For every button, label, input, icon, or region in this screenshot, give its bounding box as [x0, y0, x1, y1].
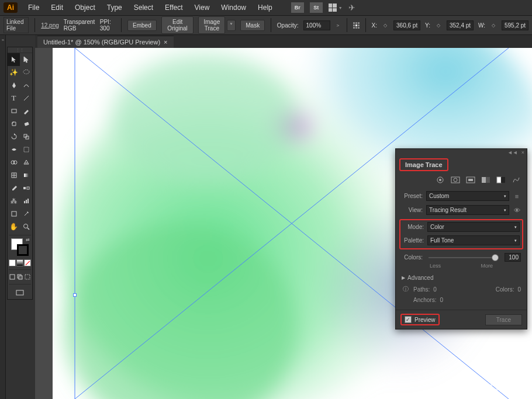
paintbrush-tool[interactable] — [20, 105, 32, 117]
colors-stat-label: Colors: — [496, 286, 514, 293]
view-eye-icon[interactable]: 👁 — [513, 206, 521, 214]
column-graph-tool[interactable] — [20, 195, 32, 207]
menu-help[interactable]: Help — [253, 1, 277, 14]
zoom-tool[interactable] — [20, 220, 32, 233]
transform-ref-icon[interactable] — [353, 22, 360, 29]
preset-select[interactable]: Custom▾ — [426, 191, 509, 201]
stock-icon[interactable]: St — [310, 2, 323, 13]
color-none-icon[interactable] — [24, 259, 31, 266]
embed-button[interactable]: Embed — [127, 20, 157, 31]
menu-type[interactable]: Type — [102, 1, 127, 14]
magic-wand-tool[interactable]: ✨ — [8, 66, 20, 79]
svg-rect-23 — [27, 187, 29, 189]
edit-original-button[interactable]: Edit Original — [161, 16, 194, 34]
y-stepper[interactable]: ◇ — [435, 23, 442, 28]
preset-menu-icon[interactable]: ≡ — [513, 192, 521, 200]
gpu-icon[interactable]: ✈ — [348, 3, 355, 12]
free-transform-tool[interactable] — [20, 143, 32, 156]
image-trace-button[interactable]: Image Trace — [198, 16, 225, 34]
arrange-icon[interactable]: ▼ — [329, 4, 343, 12]
mesh-tool[interactable] — [8, 169, 20, 182]
selection-tool[interactable] — [8, 53, 20, 66]
line-tool[interactable] — [20, 92, 32, 105]
blend-tool[interactable] — [20, 182, 32, 195]
w-stepper[interactable]: ◇ — [490, 23, 497, 28]
scale-tool[interactable] — [20, 130, 32, 143]
menu-file[interactable]: File — [23, 1, 44, 14]
colors-slider-thumb[interactable] — [492, 254, 499, 261]
swap-fill-stroke-icon[interactable]: ⇄ — [26, 237, 30, 242]
stroke-swatch[interactable] — [17, 244, 29, 256]
type-tool[interactable]: T — [8, 92, 20, 105]
menu-select[interactable]: Select — [129, 1, 158, 14]
svg-rect-32 — [19, 276, 22, 279]
draw-modes — [8, 272, 32, 282]
preview-checkbox[interactable]: ✓ — [405, 316, 412, 323]
document-tab[interactable]: Untitled-1* @ 150% (RGB/GPU Preview) × — [37, 36, 174, 48]
menu-object[interactable]: Object — [70, 1, 100, 14]
preset-auto-icon[interactable] — [436, 176, 445, 184]
preset-gray-icon[interactable] — [481, 176, 490, 184]
pen-tool[interactable] — [8, 79, 20, 92]
artboard-tool[interactable] — [8, 207, 20, 220]
shape-builder-tool[interactable] — [8, 156, 20, 169]
draw-behind-icon[interactable] — [16, 273, 23, 281]
draw-inside-icon[interactable] — [24, 273, 31, 281]
preset-photo-lo-icon[interactable] — [466, 176, 475, 184]
colors-slider[interactable] — [429, 257, 499, 258]
image-trace-dropdown[interactable]: ˅ — [227, 20, 236, 31]
hand-tool[interactable]: ✋ — [8, 220, 20, 233]
menu-view[interactable]: View — [190, 1, 215, 14]
x-stepper[interactable]: ◇ — [382, 23, 389, 28]
slice-tool[interactable] — [20, 207, 32, 220]
symbol-sprayer-tool[interactable]: ⁂ — [8, 195, 20, 207]
color-gradient-icon[interactable] — [16, 259, 23, 266]
rectangle-tool[interactable] — [8, 105, 20, 117]
preset-photo-hi-icon[interactable] — [451, 176, 460, 184]
tab-close-icon[interactable]: × — [164, 39, 167, 46]
mode-select[interactable]: Color▾ — [427, 222, 520, 232]
dock-collapse-icon[interactable]: » — [0, 35, 6, 44]
info-icon: ⓘ — [402, 285, 410, 293]
curvature-tool[interactable] — [20, 79, 32, 92]
toolbox-grip[interactable]: ⋮⋮ — [8, 47, 32, 53]
mask-button[interactable]: Mask — [240, 20, 265, 31]
menu-effect[interactable]: Effect — [160, 1, 187, 14]
y-input[interactable] — [447, 20, 474, 30]
menu-window[interactable]: Window — [216, 1, 251, 14]
draw-normal-icon[interactable] — [9, 273, 16, 281]
svg-rect-21 — [24, 174, 29, 177]
view-select[interactable]: Tracing Result▾ — [426, 205, 509, 215]
menu-edit[interactable]: Edit — [46, 1, 68, 14]
direct-selection-tool[interactable] — [20, 53, 32, 66]
gradient-tool[interactable] — [20, 169, 32, 182]
x-input[interactable] — [393, 20, 420, 30]
palette-select[interactable]: Full Tone▾ — [427, 235, 520, 245]
image-trace-tab[interactable]: Image Trace — [399, 158, 448, 171]
panel-collapse-icon[interactable]: ◄◄ — [507, 150, 518, 155]
width-tool[interactable] — [8, 143, 20, 156]
preset-bw-icon[interactable] — [496, 176, 506, 184]
filename-link[interactable]: 12.png — [41, 22, 59, 29]
fill-stroke-control[interactable]: ⇄ — [8, 237, 32, 258]
eraser-tool[interactable] — [20, 117, 32, 130]
opacity-input[interactable] — [303, 20, 330, 30]
perspective-tool[interactable] — [20, 156, 32, 169]
preset-outline-icon[interactable] — [512, 176, 521, 184]
lasso-tool[interactable] — [20, 66, 32, 79]
colors-value[interactable]: 100 — [505, 253, 521, 262]
advanced-toggle[interactable]: ▶ Advanced — [402, 272, 521, 283]
opacity-chevron[interactable]: > — [335, 23, 341, 28]
selection-handle-left[interactable] — [73, 293, 77, 297]
rotate-tool[interactable] — [8, 130, 20, 143]
shaper-tool[interactable] — [8, 117, 20, 130]
w-input[interactable] — [502, 20, 528, 30]
color-solid-icon[interactable] — [9, 259, 16, 266]
panel-titlebar[interactable]: ◄◄ × — [396, 149, 527, 156]
panel-close-icon[interactable]: × — [521, 150, 524, 155]
screen-mode-button[interactable] — [8, 286, 32, 299]
linked-file-label[interactable]: Linked File — [4, 17, 29, 33]
trace-button[interactable]: Trace — [485, 314, 522, 325]
eyedropper-tool[interactable] — [8, 182, 20, 195]
bridge-icon[interactable]: Br — [291, 2, 304, 13]
